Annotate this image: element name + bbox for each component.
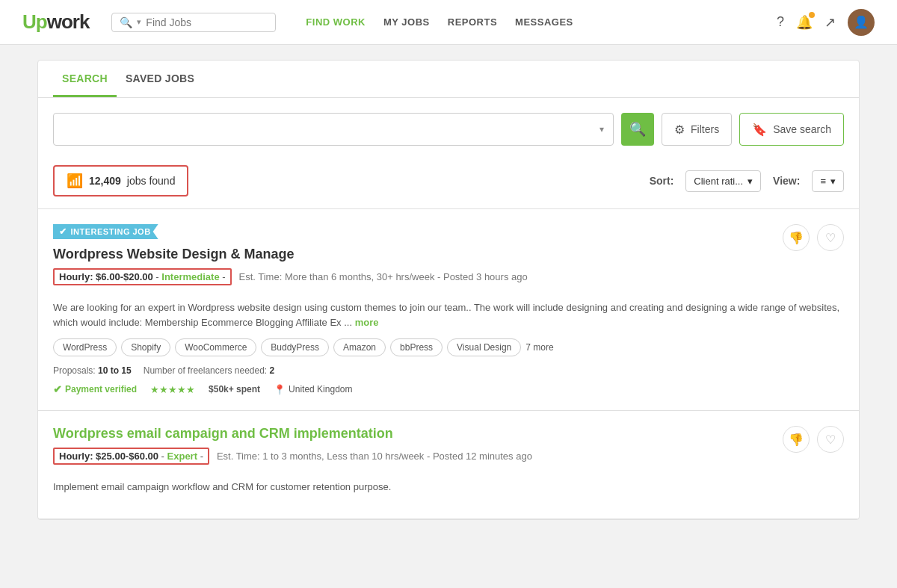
skill-tag[interactable]: bbPress — [390, 338, 443, 356]
interesting-job-badge: ✔ INTERESTING JOB — [53, 224, 158, 239]
help-icon[interactable]: ? — [777, 14, 784, 30]
job-description-2: Implement email campaign workflow and CR… — [53, 480, 844, 495]
jobs-found-box: 📶 12,409 jobs found — [53, 165, 188, 196]
view-icon: ≡ — [820, 176, 826, 187]
header-search-input[interactable] — [146, 16, 258, 28]
rss-icon: 📶 — [67, 173, 83, 189]
header-nav: FIND WORK MY JOBS REPORTS MESSAGES — [306, 16, 762, 28]
notification-dot — [809, 12, 815, 18]
interesting-label: INTERESTING JOB — [71, 227, 151, 236]
job-est-time-2: Est. Time: 1 to 3 months, Less than 10 h… — [217, 451, 532, 462]
skill-tag[interactable]: WooCommerce — [175, 338, 256, 356]
search-icon: 🔍 — [120, 16, 132, 28]
freelancers-label: Number of freelancers needed: 2 — [144, 365, 274, 376]
sort-chevron-icon: ▾ — [748, 176, 753, 187]
payment-verified-1: ✔ Payment verified — [53, 383, 137, 395]
view-label: View: — [773, 175, 800, 187]
view-dropdown[interactable]: ≡ ▾ — [812, 170, 844, 192]
sort-dropdown[interactable]: Client rati... ▾ — [685, 170, 761, 192]
job-level-1: Intermediate — [161, 271, 219, 282]
check-icon: ✔ — [59, 226, 67, 237]
search-chevron: ▾ — [137, 17, 141, 27]
save-job-button-1[interactable]: ♡ — [817, 224, 844, 251]
job-listing-2: Wordpress email campaign and CRM impleme… — [38, 411, 859, 519]
sort-view: Sort: Client rati... ▾ View: ≡ ▾ — [650, 170, 844, 192]
skills-1: WordPress Shopify WooCommerce BuddyPress… — [53, 338, 844, 356]
job-title-2[interactable]: Wordpress email campaign and CRM impleme… — [53, 426, 844, 442]
search-input[interactable]: wordpress — [63, 123, 595, 136]
jobs-count: 12,409 — [89, 175, 121, 187]
logo[interactable]: Upwork — [22, 10, 89, 34]
job-meta-1: Hourly: $6.00-$20.00 - Intermediate - — [53, 268, 232, 285]
stars-1: ★★★★★ — [150, 384, 195, 395]
job-meta-2: Hourly: $25.00-$60.00 - Expert - — [53, 448, 209, 465]
check-circle-icon: ✔ — [53, 383, 62, 395]
action-buttons-1: 👎 ♡ — [783, 224, 844, 251]
main-content: SEARCH SAVED JOBS wordpress ▾ 🔍 ⚙ Filter… — [37, 60, 860, 520]
jobs-found-label: jobs found — [127, 175, 176, 187]
header-search-bar[interactable]: 🔍 ▾ — [111, 13, 276, 32]
save-search-button[interactable]: 🔖 Save search — [739, 113, 844, 146]
save-job-button-2[interactable]: ♡ — [817, 426, 844, 453]
filters-button[interactable]: ⚙ Filters — [662, 113, 732, 146]
cursor-icon[interactable]: ↗ — [824, 14, 836, 31]
skill-tag[interactable]: Visual Design — [447, 338, 521, 356]
location-1: 📍 United Kingdom — [274, 384, 352, 395]
nav-my-jobs[interactable]: MY JOBS — [383, 16, 430, 28]
proposals-label: Proposals: 10 to 15 — [53, 365, 132, 376]
tab-search[interactable]: SEARCH — [53, 61, 117, 97]
spent-1: $50k+ spent — [209, 384, 260, 394]
job-rate-2: Hourly: $25.00-$60.00 — [59, 451, 158, 462]
save-search-label: Save search — [773, 123, 831, 135]
nav-reports[interactable]: REPORTS — [448, 16, 497, 28]
skills-more-1: 7 more — [525, 342, 553, 353]
job-title-rest-2: email campaign and CRM implementation — [123, 426, 393, 441]
payment-label: Payment verified — [65, 384, 137, 394]
dislike-button-2[interactable]: 👎 — [783, 426, 810, 453]
proposals-row-1: Proposals: 10 to 15 Number of freelancer… — [53, 365, 844, 376]
notifications-icon[interactable]: 🔔 — [796, 14, 813, 31]
bookmark-icon: 🔖 — [752, 123, 767, 137]
search-button[interactable]: 🔍 — [621, 113, 654, 146]
nav-messages[interactable]: MESSAGES — [515, 16, 573, 28]
job-est-time-1: Est. Time: More than 6 months, 30+ hrs/w… — [238, 271, 527, 282]
avatar[interactable]: 👤 — [848, 9, 875, 36]
job-title-1[interactable]: Wordpress Website Design & Manage — [53, 247, 844, 262]
tab-saved-jobs[interactable]: SAVED JOBS — [117, 61, 203, 97]
header-icons: ? 🔔 ↗ 👤 — [777, 9, 875, 36]
sort-label: Sort: — [650, 175, 674, 187]
search-dropdown-chevron[interactable]: ▾ — [599, 124, 604, 134]
job-footer-1: ✔ Payment verified ★★★★★ $50k+ spent 📍 U… — [53, 383, 844, 395]
more-link-1[interactable]: more — [355, 317, 379, 328]
action-buttons-2: 👎 ♡ — [783, 426, 844, 453]
dislike-button-1[interactable]: 👎 — [783, 224, 810, 251]
filters-label: Filters — [691, 123, 719, 135]
job-title-highlight-2: Wordpress — [53, 426, 123, 441]
skill-tag[interactable]: Amazon — [333, 338, 386, 356]
nav-find-work[interactable]: FIND WORK — [306, 16, 366, 28]
results-bar: 📶 12,409 jobs found Sort: Client rati...… — [38, 158, 859, 208]
search-input-wrap[interactable]: wordpress ▾ — [53, 113, 614, 146]
skill-tag[interactable]: WordPress — [53, 338, 117, 356]
search-section: wordpress ▾ 🔍 ⚙ Filters 🔖 Save search — [38, 98, 859, 158]
view-chevron-icon: ▾ — [830, 176, 836, 187]
sort-value: Client rati... — [694, 176, 743, 187]
tabs: SEARCH SAVED JOBS — [38, 61, 859, 98]
header: Upwork 🔍 ▾ FIND WORK MY JOBS REPORTS MES… — [0, 0, 897, 45]
location-pin-icon: 📍 — [274, 384, 286, 395]
job-description-1: We are looking for an expert in Wordpres… — [53, 300, 844, 329]
skill-tag[interactable]: Shopify — [121, 338, 170, 356]
job-rate-1: Hourly: $6.00-$20.00 — [59, 271, 153, 282]
filters-icon: ⚙ — [674, 123, 685, 137]
skill-tag[interactable]: BuddyPress — [261, 338, 329, 356]
job-level-2: Expert — [167, 451, 197, 462]
search-btn-icon: 🔍 — [629, 121, 646, 137]
job-listing-1: ✔ INTERESTING JOB Wordpress Website Desi… — [38, 209, 859, 411]
location-text-1: United Kingdom — [289, 384, 352, 394]
